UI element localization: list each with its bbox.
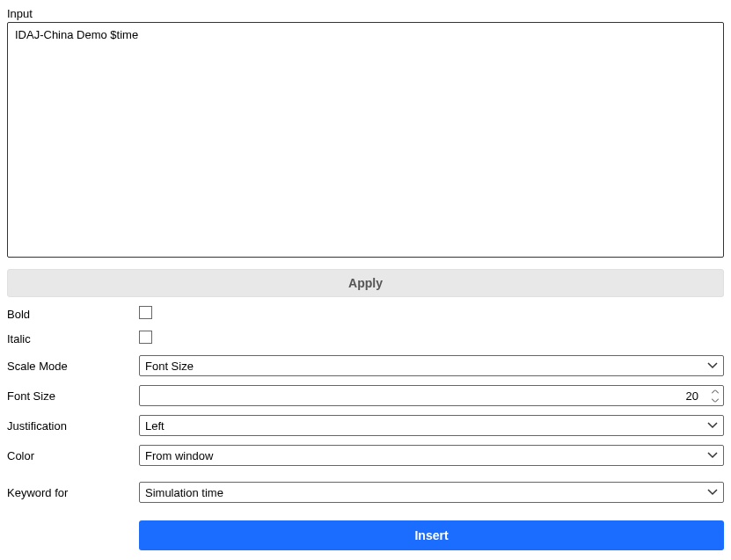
chevron-down-icon [707,362,718,369]
keyword-for-value: Simulation time [145,486,223,499]
chevron-down-icon [707,489,718,496]
color-select[interactable]: From window [139,445,724,466]
italic-label: Italic [7,332,139,345]
bold-checkbox[interactable] [139,306,152,319]
justification-value: Left [145,419,164,433]
scale-mode-value: Font Size [145,360,194,373]
insert-button[interactable]: Insert [139,520,724,550]
font-size-spinner[interactable]: 20 [139,385,724,406]
justification-select[interactable]: Left [139,415,724,436]
scale-mode-label: Scale Mode [7,360,139,373]
keyword-for-select[interactable]: Simulation time [139,482,724,503]
spinner-down-icon[interactable] [711,396,720,404]
keyword-for-label: Keyword for [7,486,139,499]
chevron-down-icon [707,422,718,429]
bold-label: Bold [7,308,139,321]
input-textarea[interactable] [7,22,724,258]
apply-button[interactable]: Apply [7,269,724,297]
font-size-value: 20 [140,389,723,403]
scale-mode-select[interactable]: Font Size [139,355,724,376]
chevron-down-icon [707,452,718,459]
justification-label: Justification [7,419,139,433]
font-size-label: Font Size [7,389,139,403]
spinner-up-icon[interactable] [711,389,720,396]
color-value: From window [145,449,213,462]
color-label: Color [7,449,139,462]
italic-checkbox[interactable] [139,331,152,344]
input-label: Input [7,7,724,20]
